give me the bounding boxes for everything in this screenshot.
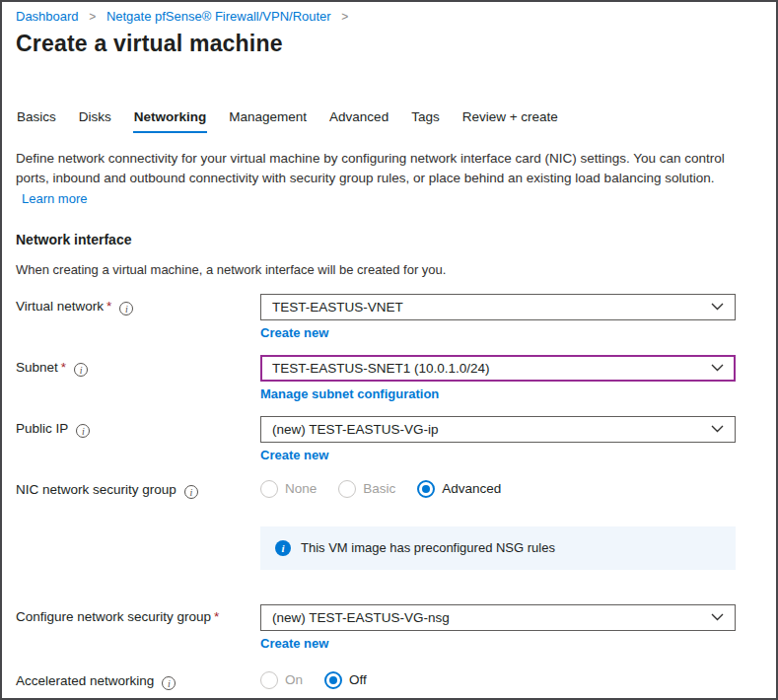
subnet-select[interactable]: TEST-EASTUS-SNET1 (10.0.1.0/24)	[260, 355, 736, 382]
configure-nsg-value: (new) TEST-EASTUS-VG-nsg	[272, 610, 450, 625]
virtual-network-select[interactable]: TEST-EASTUS-VNET	[260, 294, 736, 320]
subnet-value: TEST-EASTUS-SNET1 (10.0.1.0/24)	[272, 361, 490, 376]
radio-icon	[260, 671, 278, 689]
section-description: When creating a virtual machine, a netwo…	[16, 262, 776, 277]
field-label-text: Public IP	[16, 421, 68, 436]
tab-disks[interactable]: Disks	[78, 109, 112, 133]
required-marker: *	[214, 609, 219, 624]
nic-nsg-radio-group: None Basic Advanced	[260, 477, 736, 498]
radio-accelerated-off[interactable]: Off	[324, 671, 367, 689]
info-icon[interactable]: i	[184, 485, 198, 499]
public-ip-select[interactable]: (new) TEST-EASTUS-VG-ip	[260, 416, 736, 443]
breadcrumb-dashboard[interactable]: Dashboard	[16, 9, 79, 24]
tab-bar: Basics Disks Networking Management Advan…	[16, 109, 776, 133]
field-label-text: Virtual network	[16, 299, 104, 314]
field-label-text: Accelerated networking	[16, 673, 154, 688]
breadcrumb: Dashboard > Netgate pfSense® Firewall/VP…	[2, 2, 776, 24]
chevron-down-icon	[711, 364, 724, 372]
tab-basics[interactable]: Basics	[16, 109, 57, 133]
radio-label: On	[285, 672, 303, 687]
info-icon[interactable]: i	[119, 302, 133, 315]
radio-label: Off	[349, 672, 367, 687]
breadcrumb-chevron-icon: >	[89, 10, 96, 24]
section-title-network-interface: Network interface	[16, 232, 776, 247]
chevron-down-icon	[711, 613, 724, 621]
radio-icon	[417, 480, 435, 498]
info-filled-icon: i	[275, 540, 291, 556]
chevron-down-icon	[711, 425, 724, 433]
create-new-vnet-link[interactable]: Create new	[260, 325, 328, 340]
radio-nic-nsg-none[interactable]: None	[260, 480, 317, 498]
public-ip-label: Public IPi	[16, 416, 260, 463]
info-icon[interactable]: i	[74, 363, 88, 377]
window: Dashboard > Netgate pfSense® Firewall/VP…	[0, 0, 778, 700]
accelerated-networking-row: Accelerated networkingi On Off The selec…	[2, 668, 776, 700]
virtual-network-label: Virtual network*i	[16, 294, 260, 341]
virtual-network-row: Virtual network*i TEST-EASTUS-VNET Creat…	[2, 294, 776, 341]
nsg-banner-row: i This VM image has preconfigured NSG ru…	[2, 526, 776, 570]
tab-tags[interactable]: Tags	[410, 109, 441, 133]
nsg-info-text: This VM image has preconfigured NSG rule…	[301, 540, 555, 555]
accelerated-networking-radio-group: On Off	[260, 668, 736, 689]
nsg-info-banner: i This VM image has preconfigured NSG ru…	[260, 526, 736, 570]
tab-management[interactable]: Management	[228, 109, 308, 133]
radio-label: None	[285, 481, 317, 496]
radio-nic-nsg-advanced[interactable]: Advanced	[417, 480, 501, 498]
virtual-network-value: TEST-EASTUS-VNET	[272, 300, 403, 315]
radio-icon	[260, 480, 278, 498]
subnet-row: Subnet*i TEST-EASTUS-SNET1 (10.0.1.0/24)…	[2, 355, 776, 402]
radio-accelerated-on[interactable]: On	[260, 671, 303, 689]
breadcrumb-offer[interactable]: Netgate pfSense® Firewall/VPN/Router	[106, 9, 331, 24]
nic-nsg-label: NIC network security groupi	[16, 477, 260, 499]
learn-more-link[interactable]: Learn more	[22, 191, 87, 206]
radio-icon	[324, 671, 342, 689]
tab-networking[interactable]: Networking	[133, 109, 208, 133]
networking-form: Virtual network*i TEST-EASTUS-VNET Creat…	[2, 294, 776, 700]
radio-icon	[338, 480, 356, 498]
radio-label: Advanced	[442, 481, 501, 496]
create-new-nsg-link[interactable]: Create new	[260, 636, 328, 651]
field-label-text: NIC network security group	[16, 482, 177, 497]
info-icon[interactable]: i	[76, 424, 90, 438]
radio-nic-nsg-basic[interactable]: Basic	[338, 480, 395, 498]
breadcrumb-chevron-icon: >	[341, 10, 348, 24]
tab-description: Define network connectivity for your vir…	[16, 149, 750, 189]
manage-subnet-configuration-link[interactable]: Manage subnet configuration	[260, 386, 439, 401]
page-title: Create a virtual machine	[16, 31, 776, 57]
configure-nsg-row: Configure network security group* (new) …	[2, 604, 776, 652]
required-marker: *	[61, 360, 66, 375]
accelerated-networking-label: Accelerated networkingi	[16, 668, 260, 700]
public-ip-value: (new) TEST-EASTUS-VG-ip	[272, 422, 439, 437]
configure-nsg-select[interactable]: (new) TEST-EASTUS-VG-nsg	[260, 604, 736, 631]
radio-label: Basic	[363, 481, 395, 496]
tab-advanced[interactable]: Advanced	[328, 109, 389, 133]
field-label-text: Configure network security group	[16, 609, 211, 624]
configure-nsg-label: Configure network security group*	[16, 604, 260, 652]
nic-nsg-row: NIC network security groupi None Basic A…	[2, 477, 776, 499]
public-ip-row: Public IPi (new) TEST-EASTUS-VG-ip Creat…	[2, 416, 776, 463]
tab-review-create[interactable]: Review + create	[461, 109, 559, 133]
chevron-down-icon	[711, 303, 724, 311]
field-label-text: Subnet	[16, 360, 58, 375]
info-icon[interactable]: i	[162, 676, 176, 690]
subnet-label: Subnet*i	[16, 355, 260, 402]
create-new-public-ip-link[interactable]: Create new	[260, 448, 328, 462]
required-marker: *	[106, 299, 111, 314]
